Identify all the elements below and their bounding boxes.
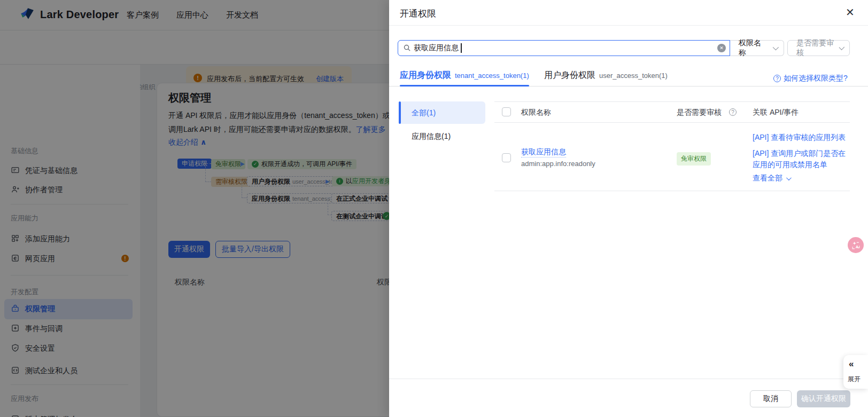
collapse-double-left-icon[interactable]: « bbox=[849, 359, 853, 369]
filter-review-value: 是否需要审核 bbox=[796, 38, 834, 58]
filter-field-value: 权限名称 bbox=[739, 38, 768, 58]
api-link-2[interactable]: [API] 查询用户或部门是否在应用的可用或禁用名单 bbox=[753, 148, 852, 170]
table-line bbox=[494, 122, 850, 123]
col-permission-name: 权限名称 bbox=[521, 108, 551, 117]
translate-float-button[interactable]: A bbox=[848, 237, 864, 253]
col-related-api: 关联 API/事件 bbox=[753, 108, 799, 117]
text-caret bbox=[461, 43, 462, 53]
category-all[interactable]: 全部(1) bbox=[412, 108, 436, 118]
search-input[interactable] bbox=[414, 42, 702, 54]
filter-field-select[interactable]: 权限名称 bbox=[730, 40, 784, 56]
permission-code: admin:app.info:readonly bbox=[521, 160, 595, 168]
api-link-1[interactable]: [API] 查看待审核的应用列表 bbox=[753, 132, 852, 143]
table-line bbox=[494, 101, 850, 102]
chevron-down-icon bbox=[773, 44, 779, 50]
tab-tenant-token[interactable]: 应用身份权限 tenant_access_token(1) bbox=[400, 70, 529, 81]
search-icon bbox=[403, 44, 411, 52]
expand-label[interactable]: 展开 bbox=[848, 375, 861, 384]
open-permission-drawer bbox=[389, 0, 868, 417]
select-all-checkbox[interactable] bbox=[502, 107, 511, 116]
close-icon[interactable]: ✕ bbox=[846, 6, 855, 19]
permission-name-link[interactable]: 获取应用信息 bbox=[521, 147, 566, 158]
col-review-required: 是否需要审核 bbox=[677, 108, 722, 117]
footer-divider bbox=[389, 379, 868, 379]
svg-text:A: A bbox=[855, 245, 858, 249]
review-free-badge: 免审权限 bbox=[677, 152, 711, 166]
category-active-bar bbox=[399, 101, 401, 124]
question-icon[interactable]: ? bbox=[729, 108, 737, 116]
translate-icon: A bbox=[851, 241, 861, 250]
cancel-button[interactable]: 取消 bbox=[750, 390, 792, 407]
filter-review-select[interactable]: 是否需要审核 bbox=[787, 40, 850, 56]
row-checkbox[interactable] bbox=[502, 153, 511, 162]
table-line bbox=[494, 191, 850, 191]
chevron-down-icon bbox=[839, 44, 844, 50]
confirm-open-permission-button[interactable]: 确认开通权限 bbox=[797, 390, 850, 407]
view-all-link[interactable]: 查看全部 bbox=[753, 174, 790, 183]
question-icon: ? bbox=[773, 75, 781, 82]
divider bbox=[389, 25, 868, 26]
active-tab-indicator bbox=[400, 85, 529, 86]
clear-search-icon[interactable]: ✕ bbox=[717, 44, 726, 52]
tab-user-token[interactable]: 用户身份权限 user_access_token(1) bbox=[544, 70, 668, 81]
drawer-title: 开通权限 bbox=[400, 7, 436, 20]
help-permission-type-link[interactable]: ? 如何选择权限类型? bbox=[773, 74, 848, 83]
category-app-info[interactable]: 应用信息(1) bbox=[412, 132, 451, 141]
